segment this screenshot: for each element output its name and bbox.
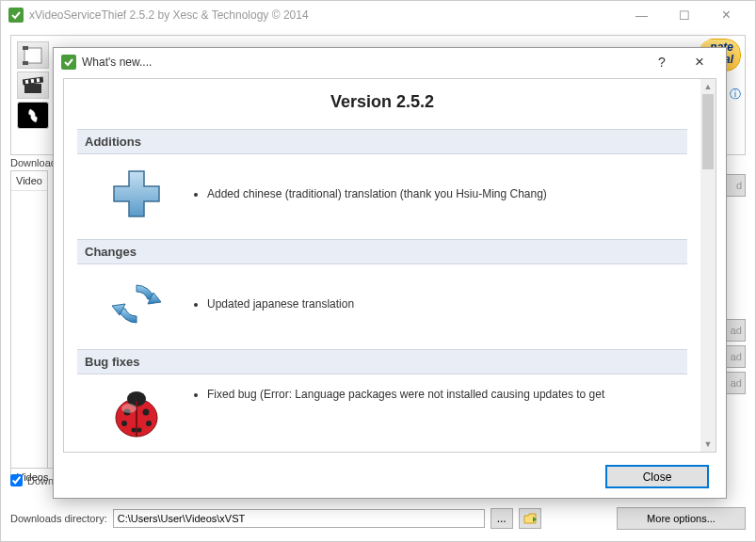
flash-icon[interactable] [17,102,49,129]
ladybug-icon [108,386,165,442]
additions-heading: Additions [77,129,687,154]
whats-new-dialog: What's new.... ? × Version 2.5.2 Additio… [53,47,727,499]
maximize-button[interactable]: ☐ [663,1,705,29]
browse-button[interactable]: ... [491,508,513,529]
refresh-large-icon [108,276,165,332]
downloads-label: Download [10,157,56,168]
svg-point-17 [132,428,137,433]
changes-heading: Changes [77,239,687,264]
info-icon[interactable]: ⓘ [730,87,741,103]
dialog-app-icon [61,55,76,70]
main-titlebar: xVideoServiceThief 2.5.2 by Xesc & Techn… [1,1,755,29]
help-button[interactable]: ? [643,48,681,76]
dir-label: Downloads directory: [10,513,107,524]
clapper-icon[interactable] [17,72,49,99]
svg-point-19 [121,404,137,413]
bugfixes-item: Fixed bug (Error: Language packages were… [207,386,604,403]
minimize-button[interactable]: — [620,1,663,29]
close-window-button[interactable]: × [705,1,748,29]
svg-rect-1 [24,48,41,63]
scroll-up-icon[interactable]: ▲ [700,79,716,94]
scroll-thumb[interactable] [702,94,714,169]
more-options-button[interactable]: More options... [617,507,746,530]
close-button[interactable]: Close [605,465,709,488]
open-folder-button[interactable] [519,508,541,529]
svg-point-16 [146,421,152,426]
svg-rect-4 [24,84,41,93]
svg-rect-6 [25,79,29,83]
dir-input[interactable] [113,509,485,528]
plus-icon [108,166,165,222]
scrollbar[interactable]: ▲ ▼ [700,79,716,452]
video-column-header[interactable]: Video [11,171,47,191]
svg-rect-2 [23,46,28,50]
file-icon[interactable] [17,41,49,69]
bugfixes-heading: Bug fixes [77,349,687,375]
svg-rect-9 [61,55,76,70]
svg-rect-3 [23,61,28,65]
main-title: xVideoServiceThief 2.5.2 by Xesc & Techn… [29,8,620,22]
svg-point-15 [121,421,127,426]
svg-point-18 [137,428,142,433]
svg-rect-0 [8,8,24,23]
version-heading: Version 2.5.2 [77,92,687,112]
scroll-down-icon[interactable]: ▼ [700,437,716,452]
dialog-close-x[interactable]: × [681,48,718,76]
auto-download-checkbox[interactable] [10,474,23,486]
additions-item: Added chinese (traditional) translation … [207,185,547,202]
dialog-title: What's new.... [82,56,643,69]
svg-rect-8 [37,78,40,82]
app-icon [8,8,24,23]
downloads-list[interactable]: Video [10,170,48,481]
svg-point-14 [143,409,150,416]
svg-rect-7 [31,78,35,82]
dialog-titlebar: What's new.... ? × [54,48,726,76]
changes-item: Updated japanese translation [207,295,354,312]
dialog-content: Version 2.5.2 Additions Added chinese (t… [63,78,716,453]
